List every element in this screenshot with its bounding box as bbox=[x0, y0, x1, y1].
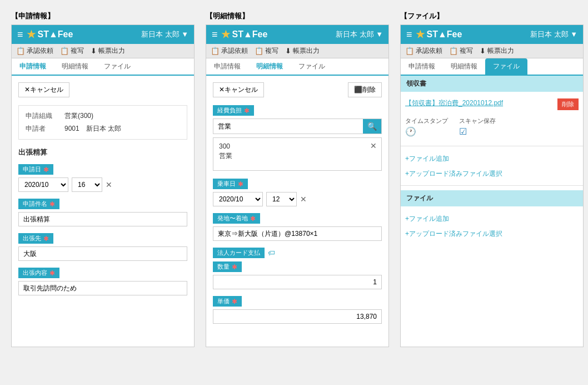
ride-year-month[interactable]: 2020/10 bbox=[213, 192, 263, 206]
required-price: ✱ bbox=[232, 298, 237, 305]
panel-header-3: ≡ ★ ST▲Fee 新日本 太郎 ▼ bbox=[401, 25, 583, 44]
header-user-1[interactable]: 新日本 太郎 ▼ bbox=[141, 29, 188, 40]
info-user-label: 申請者 bbox=[26, 124, 64, 134]
section-meisai: 【明細情報】 ≡ ★ ST▲Fee 新日本 太郎 ▼ 📋 承認依頼 📋 複 bbox=[206, 11, 389, 347]
approve-btn-2[interactable]: 📋 承認依頼 bbox=[211, 46, 248, 56]
logo-text-2: ST▲Fee bbox=[232, 29, 268, 40]
add-file-btn-2[interactable]: +ファイル追加 bbox=[401, 211, 454, 227]
cancel-button-2[interactable]: ✕キャンセル bbox=[213, 82, 264, 97]
hamburger-icon-2[interactable]: ≡ bbox=[212, 29, 218, 41]
date-year-month-1[interactable]: 2020/10 bbox=[18, 177, 68, 192]
field-label-dest: 出張先 ✱ bbox=[18, 233, 53, 244]
field-label-name: 申請件名 ✱ bbox=[18, 199, 59, 209]
tab-file-2[interactable]: ファイル bbox=[291, 58, 333, 76]
content-input[interactable] bbox=[18, 281, 187, 295]
file-item-row-1: 【領収書】宿泊費_20201012.pdf 削除 bbox=[401, 96, 583, 112]
section-heading-1: 出張精算 bbox=[18, 147, 187, 157]
date-row-2: 2020/10 12 ✕ bbox=[213, 192, 382, 206]
tab-meisai-1[interactable]: 明細情報 bbox=[54, 58, 96, 76]
cost-item-remove-btn[interactable]: ✕ bbox=[370, 141, 377, 150]
ride-day[interactable]: 12 bbox=[266, 192, 297, 206]
panel-meisai: ≡ ★ ST▲Fee 新日本 太郎 ▼ 📋 承認依頼 📋 複写 ⬇ bbox=[206, 24, 389, 347]
panel-shinsei: ≡ ★ ST▲Fee 新日本 太郎 ▼ 📋 承認依頼 📋 複写 ⬇ bbox=[11, 24, 195, 347]
approve-icon-3: 📋 bbox=[405, 47, 414, 55]
tab-file-1[interactable]: ファイル bbox=[96, 58, 138, 76]
field-label-qty: 数量 ✱ bbox=[213, 261, 242, 272]
cost-item-box: ✕ 300 営業 bbox=[213, 137, 382, 171]
destination-input[interactable] bbox=[18, 246, 187, 261]
approve-btn-1[interactable]: 📋 承認依頼 bbox=[16, 46, 53, 56]
cost-search-input[interactable] bbox=[213, 120, 363, 133]
export-label-3: 帳票出力 bbox=[487, 46, 514, 56]
uploaded-file-btn-2[interactable]: +アップロード済みファイル選択 bbox=[401, 227, 507, 241]
delete-button-2[interactable]: ⬛削除 bbox=[348, 82, 382, 97]
shinsei-name-input[interactable] bbox=[18, 212, 187, 226]
panel-body-1: ✕キャンセル 申請組織 営業(300) 申請者 9001 新日本 太郎 出張精算 bbox=[12, 76, 194, 347]
cost-search-button[interactable]: 🔍 bbox=[363, 119, 381, 134]
tab-shinsei-info-1[interactable]: 申請情報 bbox=[12, 58, 54, 76]
cancel-button-1[interactable]: ✕キャンセル bbox=[18, 82, 69, 97]
required-content: ✱ bbox=[49, 269, 55, 277]
field-ride-date: 乗車日 ✱ 2020/10 12 ✕ bbox=[213, 179, 382, 206]
export-btn-1[interactable]: ⬇ 帳票出力 bbox=[91, 46, 125, 56]
logo-3: ★ ST▲Fee bbox=[416, 28, 462, 41]
panel-file: ≡ ★ ST▲Fee 新日本 太郎 ▼ 📋 承認依頼 📋 複写 ⬇ bbox=[400, 24, 584, 347]
copy-btn-2[interactable]: 📋 複写 bbox=[255, 46, 278, 56]
tab-shinsei-info-2[interactable]: 申請情報 bbox=[206, 58, 248, 76]
tab-file-3[interactable]: ファイル bbox=[485, 58, 527, 76]
route-input[interactable] bbox=[213, 226, 382, 241]
field-label-date: 申請日 ✱ bbox=[18, 164, 53, 175]
field-shinsei-date: 申請日 ✱ 2020/10 16 ✕ bbox=[18, 164, 187, 192]
file-delete-btn-1[interactable]: 削除 bbox=[557, 98, 579, 110]
required-dest: ✱ bbox=[43, 235, 49, 243]
add-file-btn-1[interactable]: +ファイル追加 bbox=[401, 151, 454, 167]
export-btn-2[interactable]: ⬇ 帳票出力 bbox=[285, 46, 320, 56]
toolbar-1: 📋 承認依頼 📋 複写 ⬇ 帳票出力 bbox=[12, 44, 194, 58]
field-label-price: 単価 ✱ bbox=[213, 296, 242, 307]
field-label-route-text: 発地〜着地 bbox=[217, 214, 248, 223]
logo-2: ★ ST▲Fee bbox=[221, 28, 268, 41]
copy-label-1: 複写 bbox=[71, 46, 84, 56]
uploaded-file-btn-1[interactable]: +アップロード済みファイル選択 bbox=[401, 167, 507, 181]
timestamp-label: タイムスタンプ bbox=[405, 117, 448, 125]
field-unit-price: 単価 ✱ bbox=[213, 296, 382, 330]
cancel-row-1: ✕キャンセル bbox=[18, 82, 187, 97]
copy-btn-3[interactable]: 📋 複写 bbox=[449, 46, 473, 56]
date-clear-1[interactable]: ✕ bbox=[106, 180, 112, 189]
export-icon-2: ⬇ bbox=[285, 47, 291, 55]
export-label-1: 帳票出力 bbox=[98, 46, 125, 56]
export-btn-3[interactable]: ⬇ 帳票出力 bbox=[480, 46, 514, 56]
info-org-label: 申請組織 bbox=[26, 111, 64, 121]
file-link-1[interactable]: 【領収書】宿泊費_20201012.pdf bbox=[405, 98, 503, 108]
field-shinsei-name: 申請件名 ✱ bbox=[18, 199, 187, 233]
required-ride: ✱ bbox=[238, 180, 243, 188]
header-user-3[interactable]: 新日本 太郎 ▼ bbox=[530, 29, 577, 40]
cost-search-row: 🔍 bbox=[213, 119, 382, 134]
hamburger-icon-3[interactable]: ≡ bbox=[406, 29, 412, 41]
ride-date-clear[interactable]: ✕ bbox=[300, 195, 307, 204]
cost-burden-section: 経費負担 ✱ 🔍 ✕ 300 営業 bbox=[213, 105, 382, 171]
logo-text-1: ST▲Fee bbox=[38, 29, 73, 40]
quantity-input[interactable] bbox=[213, 275, 382, 289]
field-label-cost-text: 経費負担 bbox=[217, 106, 242, 115]
houjin-label: 法人カード支払 bbox=[213, 248, 265, 258]
field-label-ride: 乗車日 ✱ bbox=[213, 179, 248, 189]
tab-meisai-3[interactable]: 明細情報 bbox=[443, 58, 485, 76]
required-date: ✱ bbox=[43, 166, 49, 174]
date-day-1[interactable]: 16 bbox=[72, 177, 102, 192]
field-label-date-text: 申請日 bbox=[23, 165, 41, 174]
field-route: 発地〜着地 ✱ bbox=[213, 213, 382, 248]
unit-price-input[interactable] bbox=[213, 309, 382, 324]
field-label-name-text: 申請件名 bbox=[23, 200, 47, 208]
toolbar-2: 📋 承認依頼 📋 複写 ⬇ 帳票出力 bbox=[206, 44, 388, 58]
tab-meisai-2[interactable]: 明細情報 bbox=[248, 58, 291, 76]
header-user-2[interactable]: 新日本 太郎 ▼ bbox=[336, 29, 383, 40]
tab-shinsei-info-3[interactable]: 申請情報 bbox=[401, 58, 443, 76]
hamburger-icon-1[interactable]: ≡ bbox=[17, 29, 23, 41]
logo-text-3: ST▲Fee bbox=[427, 29, 462, 40]
info-org-row: 申請組織 営業(300) bbox=[26, 111, 180, 121]
copy-btn-1[interactable]: 📋 複写 bbox=[60, 46, 84, 56]
approve-btn-3[interactable]: 📋 承認依頼 bbox=[405, 46, 442, 56]
info-user-value: 9001 新日本 太郎 bbox=[64, 124, 121, 134]
copy-label-3: 複写 bbox=[460, 46, 473, 56]
